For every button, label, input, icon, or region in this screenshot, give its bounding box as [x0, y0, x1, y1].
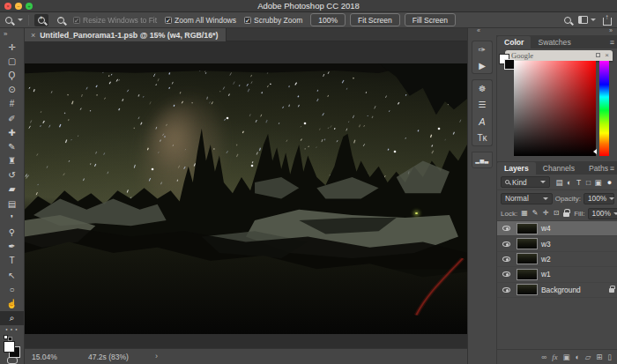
visibility-eye-icon[interactable]	[502, 226, 510, 231]
history-brush-tool[interactable]: ↺	[0, 168, 24, 182]
eraser-tool[interactable]: ▰	[0, 182, 24, 197]
layer-row-w2[interactable]: w2	[497, 252, 617, 267]
saturation-brightness-picker[interactable]	[514, 61, 596, 156]
resize-windows-to-fit-checkbox[interactable]: ✓ Resize Windows to Fit	[73, 16, 157, 25]
blend-mode-dropdown[interactable]: Normal	[501, 193, 553, 204]
foreground-color-swatch[interactable]	[4, 341, 15, 353]
layer-row-w3[interactable]: w3	[497, 236, 617, 251]
blur-tool[interactable]: ❜	[0, 211, 24, 225]
type-tool[interactable]: T	[0, 254, 24, 268]
close-icon[interactable]: ×	[605, 50, 609, 61]
tool-preset-caret-icon[interactable]	[18, 19, 23, 21]
zoom-100-button[interactable]: 100%	[310, 13, 346, 26]
zoom-out-mode-button[interactable]: −	[54, 14, 68, 26]
zoom-all-windows-checkbox[interactable]: ✓ Zoom All Windows	[165, 16, 236, 25]
filter-shape-layers-icon[interactable]: □	[584, 178, 593, 187]
healing-brush-tool[interactable]: ✚	[0, 125, 24, 139]
adjustment-layer-icon[interactable]: ◐	[576, 353, 580, 361]
properties-panel-icon[interactable]: ☰	[472, 96, 493, 113]
dodge-tool[interactable]: ⚲	[0, 225, 24, 239]
lock-transparency-icon[interactable]: ▦	[520, 209, 529, 218]
filter-pixel-layers-icon[interactable]: ▤	[554, 178, 564, 187]
lock-artboard-icon[interactable]: ⊡	[552, 209, 561, 218]
panorama-image[interactable]	[25, 63, 467, 334]
scrubby-zoom-checkbox[interactable]: ✓ Scrubby Zoom	[244, 16, 302, 25]
canvas-area[interactable]	[25, 41, 467, 348]
panel-menu-icon[interactable]: ≡	[610, 38, 614, 47]
link-layers-icon[interactable]: ∞	[541, 353, 546, 361]
zoom-level-field[interactable]: 15.04%	[32, 353, 57, 361]
workspace-switcher[interactable]	[578, 16, 596, 24]
layer-thumbnail[interactable]	[517, 253, 538, 264]
color-background-swatch[interactable]	[504, 59, 515, 70]
hand-tool[interactable]: ☝	[0, 296, 24, 310]
filter-kind-dropdown[interactable]: Kind	[501, 176, 550, 188]
tab-color[interactable]: Color	[497, 36, 531, 48]
close-tab-icon[interactable]: ×	[31, 31, 35, 40]
add-mask-icon[interactable]: ▣	[562, 353, 569, 361]
crop-tool[interactable]: #	[0, 97, 24, 111]
tk-wheel-panel-icon[interactable]: ☸	[472, 79, 493, 96]
histogram-panel-icon[interactable]: ▂▅▃	[472, 152, 493, 168]
filter-toggle[interactable]: ●	[605, 178, 614, 187]
layer-thumbnail[interactable]	[517, 238, 538, 249]
marquee-tool[interactable]: ▢	[0, 54, 24, 68]
gradient-tool[interactable]: ▤	[0, 197, 24, 211]
document-tab[interactable]: × Untitled_Panorama1-1.psb @ 15% (w4, RG…	[25, 28, 227, 41]
fit-screen-button[interactable]: Fit Screen	[350, 13, 400, 26]
filter-smart-objects-icon[interactable]: ▣	[593, 178, 603, 187]
shape-tool[interactable]: ○	[0, 282, 24, 296]
layer-row-w1[interactable]: w1	[497, 267, 617, 282]
visibility-eye-icon[interactable]	[502, 287, 510, 293]
visibility-eye-icon[interactable]	[502, 271, 510, 277]
fill-dropdown[interactable]: 100%	[588, 208, 617, 219]
panel-menu-icon[interactable]: ≡	[610, 164, 614, 173]
search-icon[interactable]	[564, 17, 571, 24]
path-selection-tool[interactable]: ↖	[0, 268, 24, 282]
opacity-dropdown[interactable]: 100%	[584, 193, 614, 204]
lock-pixels-icon[interactable]: ✎	[531, 209, 539, 218]
edit-toolbar-button[interactable]: ● ● ●	[0, 325, 24, 334]
layer-row-w4[interactable]: w4	[497, 221, 617, 236]
filter-type-layers-icon[interactable]: T	[574, 178, 584, 187]
new-layer-icon[interactable]: ⊞	[596, 353, 602, 361]
brush-tool[interactable]: ✎	[0, 139, 24, 153]
move-tool[interactable]: ✛	[0, 40, 24, 54]
eyedropper-tool[interactable]: ✐	[0, 111, 24, 125]
toolbar-collapse-button[interactable]: »	[0, 28, 24, 40]
collapse-panels-button[interactable]: »	[609, 27, 613, 33]
visibility-eye-icon[interactable]	[502, 256, 510, 262]
minimize-icon[interactable]	[596, 53, 600, 57]
fill-screen-button[interactable]: Fill Screen	[405, 13, 456, 26]
layer-thumbnail[interactable]	[517, 284, 538, 295]
tab-swatches[interactable]: Swatches	[531, 36, 577, 48]
zoom-tool-icon[interactable]	[5, 17, 12, 24]
new-group-icon[interactable]: ▱	[585, 353, 591, 361]
typekit-panel-icon[interactable]: A	[472, 113, 493, 130]
filter-adjustment-layers-icon[interactable]: ◐	[564, 178, 574, 187]
layer-thumbnail[interactable]	[517, 269, 538, 280]
visibility-eye-icon[interactable]	[502, 241, 510, 247]
share-icon[interactable]	[603, 18, 612, 26]
layer-thumbnail[interactable]	[517, 223, 538, 234]
layer-style-icon[interactable]: fx	[552, 353, 557, 361]
clone-stamp-tool[interactable]: ♜	[0, 154, 24, 168]
lasso-tool[interactable]: Ϙ	[0, 68, 24, 82]
pen-tool[interactable]: ✒	[0, 240, 24, 254]
actions-panel-icon[interactable]: ▶	[472, 57, 493, 74]
zoom-tool[interactable]: ⌕	[0, 311, 24, 325]
expand-icon-strip-button[interactable]: «	[477, 27, 480, 33]
brushes-panel-icon[interactable]: ✑	[472, 41, 493, 57]
tk-actions-panel-icon[interactable]: Tᴋ	[472, 130, 493, 146]
tab-layers[interactable]: Layers	[497, 162, 536, 175]
lock-position-icon[interactable]: ✛	[541, 209, 550, 218]
hue-slider[interactable]	[599, 61, 609, 156]
lock-all-icon[interactable]	[562, 209, 571, 218]
google-floating-window[interactable]: Google ×	[505, 50, 613, 61]
status-chevron-icon[interactable]: ›	[155, 352, 158, 360]
delete-layer-icon[interactable]: ▯	[607, 353, 612, 361]
quick-selection-tool[interactable]: ⊙	[0, 83, 24, 97]
tab-channels[interactable]: Channels	[536, 162, 582, 175]
zoom-in-mode-button[interactable]: +	[34, 14, 48, 26]
layer-row-background[interactable]: Background	[497, 283, 617, 298]
